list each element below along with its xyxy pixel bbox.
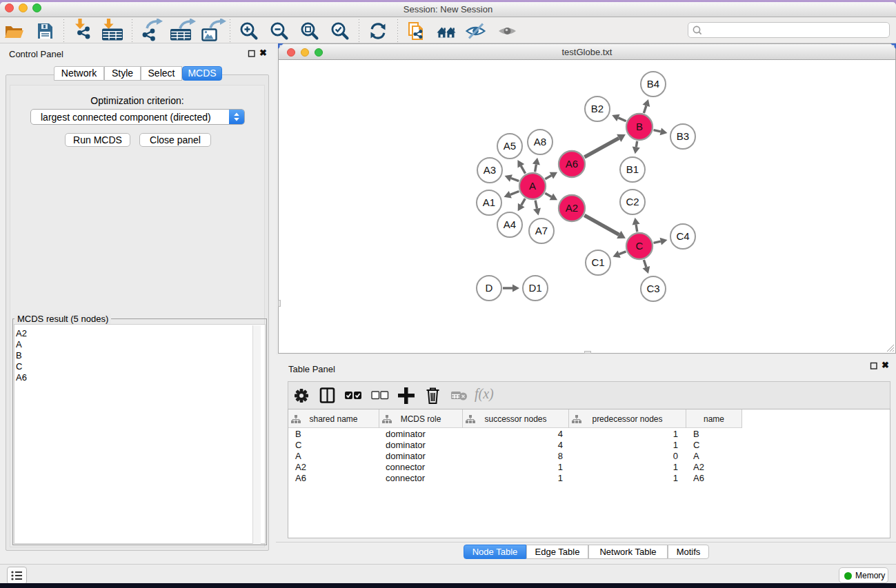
svg-text:B: B	[636, 121, 643, 132]
svg-text:A4: A4	[504, 219, 516, 230]
svg-text:C1: C1	[591, 256, 604, 268]
svg-text:A2: A2	[566, 202, 578, 214]
svg-text:A3: A3	[484, 164, 496, 176]
svg-text:B1: B1	[626, 163, 639, 175]
svg-text:A1: A1	[483, 196, 495, 208]
svg-text:B2: B2	[591, 103, 604, 114]
svg-text:C2: C2	[626, 196, 639, 207]
svg-text:C3: C3	[646, 283, 659, 294]
svg-text:B4: B4	[647, 78, 659, 90]
svg-text:B3: B3	[677, 130, 689, 142]
svg-text:D: D	[486, 282, 493, 294]
svg-text:D1: D1	[528, 282, 541, 294]
svg-text:A7: A7	[535, 225, 548, 236]
svg-text:C4: C4	[676, 230, 689, 242]
svg-text:C: C	[636, 240, 644, 252]
svg-text:A8: A8	[534, 136, 546, 148]
svg-text:A: A	[529, 180, 536, 192]
svg-text:A5: A5	[504, 140, 516, 152]
svg-text:A6: A6	[566, 158, 578, 170]
